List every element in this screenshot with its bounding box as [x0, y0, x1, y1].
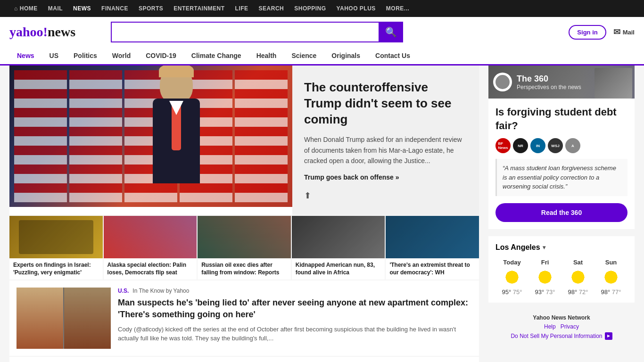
source-icons: BFNews NR IN WSJ A	[495, 138, 627, 153]
top-navigation: ⌂ HOME MAIL NEWS FINANCE SPORTS ENTERTAI…	[0, 0, 644, 17]
thumb-item[interactable]: Experts on findings in Israel: 'Puzzling…	[9, 216, 103, 280]
article-headline-1[interactable]: Man suspects he's 'being lied to' after …	[118, 297, 472, 321]
help-link[interactable]: Help	[544, 323, 556, 330]
article-content-1: U.S. In The Know by Yahoo Man suspects h…	[118, 288, 472, 349]
thumb-image-5	[386, 216, 479, 258]
thumb-item[interactable]: Russian oil exec dies after falling from…	[198, 216, 291, 280]
quote-block: “A mass student loan forgiveness scheme …	[495, 159, 627, 196]
weather-sat-label: Sat	[561, 259, 594, 266]
the360-headline: Is forgiving student debt fair?	[495, 106, 627, 132]
secnav-science[interactable]: Science	[284, 47, 324, 66]
share-button[interactable]: ⬆	[304, 190, 311, 201]
nav-home[interactable]: ⌂ HOME	[9, 5, 42, 12]
weather-fri-label: Fri	[528, 259, 561, 266]
secnav-world[interactable]: World	[105, 47, 138, 66]
read-360-button[interactable]: Read the 360	[495, 203, 627, 222]
search-input[interactable]	[111, 22, 379, 42]
mail-icon: ✉	[613, 27, 620, 37]
thumb-caption-3: Russian oil exec dies after falling from…	[198, 258, 291, 280]
quote-text: “A mass student loan forgiveness scheme …	[503, 164, 622, 191]
weather-location[interactable]: Los Angeles ▾	[495, 243, 627, 252]
page-header: yahoo! news 🔍 Sign in ✉ Mail	[0, 17, 644, 47]
the360-banner[interactable]: The 360 Perspectives on the news	[488, 66, 635, 99]
sun-icon-sat	[570, 270, 586, 285]
weather-sun-label: Sun	[594, 259, 627, 266]
article-item: U.S. In The Know by Yahoo Man suspects h…	[9, 280, 479, 356]
the360-logo-inner	[495, 75, 510, 89]
hero-section: The counteroffensive Trump didn't seem t…	[9, 66, 479, 215]
source-label: U.S.	[118, 288, 129, 294]
thumb-caption-1: Experts on findings in Israel: 'Puzzling…	[9, 258, 103, 280]
source-icon-nr: NR	[513, 138, 528, 153]
nav-sports[interactable]: SPORTS	[134, 5, 168, 12]
logo-news: news	[48, 25, 75, 40]
weather-day-fri: Fri 93° 73°	[528, 259, 561, 296]
thumb-caption-4: Kidnapped American nun, 83, found alive …	[292, 258, 385, 280]
nav-life[interactable]: LIFE	[231, 5, 253, 12]
footer-links: Help Privacy	[488, 323, 635, 330]
the360-content: Is forgiving student debt fair? BFNews N…	[488, 99, 635, 229]
nav-entertainment[interactable]: ENTERTAINMENT	[169, 5, 229, 12]
left-column: The counteroffensive Trump didn't seem t…	[9, 66, 479, 362]
thumb-item[interactable]: 'There's an extremist threat to our demo…	[386, 216, 479, 280]
yahoo-news-logo[interactable]: yahoo! news	[9, 25, 104, 40]
secnav-us[interactable]: US	[42, 47, 66, 66]
nav-more[interactable]: MORE...	[381, 5, 414, 12]
source-name: In The Know by Yahoo	[132, 288, 189, 294]
weather-day-sat: Sat 98° 72°	[561, 259, 594, 296]
the360-title: The 360	[517, 74, 581, 84]
source-icon-in: IN	[530, 138, 545, 153]
thumb-image-4	[292, 216, 385, 258]
thumb-item[interactable]: Kidnapped American nun, 83, found alive …	[292, 216, 385, 280]
hero-text-panel: The counteroffensive Trump didn't seem t…	[292, 66, 479, 215]
thumb-caption-5: 'There's an extremist threat to our demo…	[386, 258, 479, 280]
hero-image[interactable]	[9, 66, 292, 207]
do-not-sell-link[interactable]: Do Not Sell My Personal Information	[511, 333, 602, 339]
thumb-image-3	[198, 216, 291, 258]
do-not-sell: Do Not Sell My Personal Information ▶	[488, 332, 635, 340]
sun-icon-sun	[603, 270, 619, 285]
secnav-covid[interactable]: COVID-19	[138, 47, 184, 66]
the360-logo	[493, 73, 512, 91]
weather-temp-sat: 98° 72°	[561, 288, 594, 296]
thumbnail-row: Experts on findings in Israel: 'Puzzling…	[9, 216, 479, 280]
nav-news[interactable]: NEWS	[68, 5, 96, 12]
thumb-caption-2: Alaska special election: Palin loses, De…	[104, 258, 197, 280]
thumb-item[interactable]: Alaska special election: Palin loses, De…	[104, 216, 197, 280]
nav-mail[interactable]: MAIL	[43, 5, 67, 12]
nav-shopping[interactable]: SHOPPING	[289, 5, 330, 12]
nav-search[interactable]: SEARCH	[254, 5, 289, 12]
sun-icon-today	[504, 270, 520, 285]
share-icon: ⬆	[304, 190, 311, 201]
hero-headline[interactable]: The counteroffensive Trump didn't seem t…	[304, 80, 467, 127]
privacy-icon: ▶	[605, 332, 612, 340]
search-form: 🔍	[111, 22, 403, 42]
weather-day-sun: Sun 98° 77°	[594, 259, 627, 296]
privacy-link[interactable]: Privacy	[561, 323, 579, 330]
sun-icon-fri	[537, 270, 553, 285]
secnav-news[interactable]: News	[9, 47, 42, 66]
thumb-image-1	[9, 216, 103, 258]
article-body-1: Cody (@atlcody) kicked off the series at…	[118, 325, 472, 343]
nav-yahoo-plus[interactable]: YAHOO PLUS	[332, 5, 380, 12]
search-button[interactable]: 🔍	[379, 22, 403, 42]
hero-link[interactable]: Trump goes back on offense »	[304, 173, 399, 181]
source-icon-a: A	[565, 138, 580, 153]
weather-card: Los Angeles ▾ Today 95° 75° Fri 93° 73° …	[488, 236, 635, 303]
secnav-politics[interactable]: Politics	[66, 47, 105, 66]
secnav-originals[interactable]: Originals	[324, 47, 368, 66]
hero-description: When Donald Trump asked for an independe…	[304, 134, 467, 166]
search-icon: 🔍	[385, 26, 397, 38]
right-sidebar: The 360 Perspectives on the news Is forg…	[488, 66, 635, 362]
mail-link[interactable]: ✉ Mail	[613, 27, 635, 37]
secnav-contact[interactable]: Contact Us	[368, 47, 418, 66]
weather-day-today: Today 95° 75°	[495, 259, 528, 296]
source-icon-buzzfeed: BFNews	[495, 138, 511, 153]
sign-in-button[interactable]: Sign in	[569, 25, 606, 40]
secnav-health[interactable]: Health	[249, 47, 284, 66]
nav-finance[interactable]: FINANCE	[97, 5, 133, 12]
weather-temp-today: 95° 75°	[495, 288, 528, 296]
article-item: U.S. Fox News	[9, 357, 479, 362]
secnav-climate[interactable]: Climate Change	[184, 47, 249, 66]
article-thumbnail-1[interactable]	[17, 288, 111, 349]
